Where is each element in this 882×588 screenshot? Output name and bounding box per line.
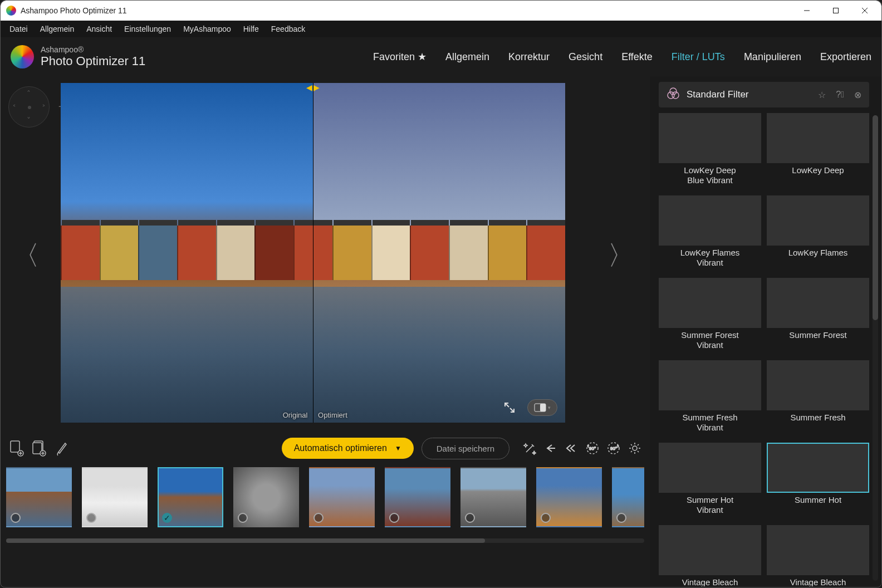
sidebar-scrollbar[interactable] — [873, 115, 878, 581]
thumbnail-scrollbar[interactable] — [6, 538, 644, 543]
filter-preview — [659, 525, 761, 575]
filter-label: Summer Forest — [767, 330, 869, 340]
svg-point-23 — [672, 92, 679, 99]
filter-label: Vintage Bleach Vibrant — [659, 577, 761, 586]
tab-filter-luts[interactable]: Filter / LUTs — [672, 51, 725, 63]
filter-item[interactable]: Summer Hot Vibrant — [659, 443, 761, 515]
filter-item[interactable]: Summer Fresh Vibrant — [659, 360, 761, 433]
filter-item[interactable]: Summer Forest — [767, 278, 869, 350]
pan-left-icon[interactable]: ˂ — [12, 104, 16, 112]
tab-gesicht[interactable]: Gesicht — [569, 51, 602, 63]
filter-item[interactable]: LowKey Flames — [767, 195, 869, 268]
add-file-icon[interactable] — [8, 440, 24, 457]
menu-allgemein[interactable]: Allgemein — [35, 22, 80, 36]
gear-icon[interactable] — [628, 441, 642, 455]
favorite-icon[interactable]: ☆ — [818, 90, 826, 100]
brand-line2: Photo Optimizer 11 — [41, 55, 145, 68]
prev-image-button[interactable]: 〈 — [13, 238, 40, 273]
filter-grid: LowKey Deep Blue VibrantLowKey DeepLowKe… — [654, 111, 881, 586]
compare-divider[interactable] — [313, 83, 313, 423]
filter-preview — [659, 443, 761, 493]
close-button[interactable] — [850, 1, 879, 21]
svg-text:+: + — [532, 449, 536, 455]
filter-label: LowKey Flames Vibrant — [659, 248, 761, 268]
filter-label: Summer Fresh Vibrant — [659, 413, 761, 433]
label-optimized: Optimiert — [318, 411, 347, 419]
tab-manipulieren[interactable]: Manipulieren — [744, 51, 801, 63]
thumbnail[interactable] — [385, 467, 450, 527]
tab-allgemein[interactable]: Allgemein — [445, 51, 489, 63]
action-bar: Automatisch optimieren▼ Datei speichern … — [1, 433, 650, 464]
filter-item[interactable]: Vintage Bleach Vibrant — [659, 525, 761, 586]
thumbnail[interactable] — [460, 467, 526, 527]
pan-control[interactable]: ˄ ˅ ˂ ˃ — [8, 86, 50, 128]
app-icon — [6, 6, 16, 16]
thumbnail[interactable] — [612, 467, 644, 527]
pan-down-icon[interactable]: ˅ — [27, 116, 31, 125]
filter-label: Summer Forest Vibrant — [659, 330, 761, 350]
rotate-left-icon[interactable]: 90° — [585, 441, 600, 455]
filter-item[interactable]: Summer Hot — [767, 443, 869, 515]
thumbnail[interactable]: ✓ — [158, 467, 223, 527]
minimize-button[interactable] — [792, 1, 821, 21]
label-original: Original — [283, 411, 308, 419]
maximize-button[interactable] — [821, 1, 850, 21]
filter-category-icon — [667, 87, 680, 103]
viewer-panel: ˄ ˅ ˂ ˃ − + 〈 〉 ◀▶ Original Optimiert ▾ — [1, 76, 650, 586]
filter-preview — [767, 443, 869, 493]
filter-item[interactable]: LowKey Deep — [767, 113, 869, 185]
menu-datei[interactable]: Datei — [4, 22, 33, 36]
filter-label: Summer Hot — [767, 495, 869, 505]
menu-hilfe[interactable]: Hilfe — [238, 22, 264, 36]
filter-preview — [767, 360, 869, 410]
filter-item[interactable]: Vintage Bleach — [767, 525, 869, 586]
sidebar-header: Standard Filter ☆ ?⃝ ⊗ — [659, 82, 869, 107]
header: Ashampoo® Photo Optimizer 11 Favoriten ★… — [1, 37, 881, 76]
filter-item[interactable]: LowKey Deep Blue Vibrant — [659, 113, 761, 185]
tab-effekte[interactable]: Effekte — [621, 51, 653, 63]
menubar: Datei Allgemein Ansicht Einstellungen My… — [1, 21, 881, 37]
thumbnail[interactable] — [536, 467, 602, 527]
filter-item[interactable]: LowKey Flames Vibrant — [659, 195, 761, 268]
compare-mode-button[interactable]: ▾ — [527, 399, 557, 416]
add-folder-icon[interactable] — [32, 440, 47, 457]
next-image-button[interactable]: 〉 — [607, 238, 634, 273]
fullscreen-button[interactable] — [497, 399, 522, 416]
compare-handle[interactable]: ◀▶ — [306, 83, 320, 92]
filter-label: LowKey Flames — [767, 248, 869, 258]
thumbnail[interactable] — [6, 467, 72, 527]
tab-korrektur[interactable]: Korrektur — [508, 51, 550, 63]
filter-preview — [659, 360, 761, 410]
tab-favoriten[interactable]: Favoriten ★ — [373, 51, 427, 63]
menu-myashampoo[interactable]: MyAshampoo — [178, 22, 237, 36]
save-file-button[interactable]: Datei speichern — [422, 438, 509, 459]
menu-feedback[interactable]: Feedback — [266, 22, 311, 36]
filter-preview — [659, 278, 761, 328]
close-panel-icon[interactable]: ⊗ — [854, 90, 861, 100]
menu-ansicht[interactable]: Ansicht — [81, 22, 117, 36]
menu-einstellungen[interactable]: Einstellungen — [119, 22, 177, 36]
pan-up-icon[interactable]: ˄ — [27, 89, 31, 98]
help-icon[interactable]: ?⃝ — [836, 90, 844, 100]
magic-wand-icon[interactable]: + — [523, 441, 537, 455]
rotate-right-icon[interactable]: 90° — [606, 441, 621, 455]
undo-all-icon[interactable] — [564, 442, 579, 455]
thumbnail[interactable] — [233, 467, 299, 527]
thumbnail[interactable] — [82, 467, 148, 527]
undo-icon[interactable] — [544, 442, 557, 455]
svg-point-20 — [633, 446, 637, 450]
filter-preview — [767, 113, 869, 163]
filter-sidebar: Standard Filter ☆ ?⃝ ⊗ LowKey Deep Blue … — [650, 76, 881, 586]
filter-item[interactable]: Summer Forest Vibrant — [659, 278, 761, 350]
image-preview[interactable]: ◀▶ Original Optimiert ▾ — [61, 83, 565, 423]
thumbnail[interactable] — [309, 467, 375, 527]
filter-item[interactable]: Summer Fresh — [767, 360, 869, 433]
tab-exportieren[interactable]: Exportieren — [820, 51, 871, 63]
filter-preview — [767, 278, 869, 328]
filter-preview — [659, 113, 761, 163]
brush-icon[interactable] — [55, 440, 70, 457]
auto-optimize-button[interactable]: Automatisch optimieren▼ — [282, 438, 414, 459]
pan-right-icon[interactable]: ˃ — [42, 104, 46, 112]
brand-icon — [11, 45, 34, 68]
sidebar-title: Standard Filter — [687, 89, 808, 100]
